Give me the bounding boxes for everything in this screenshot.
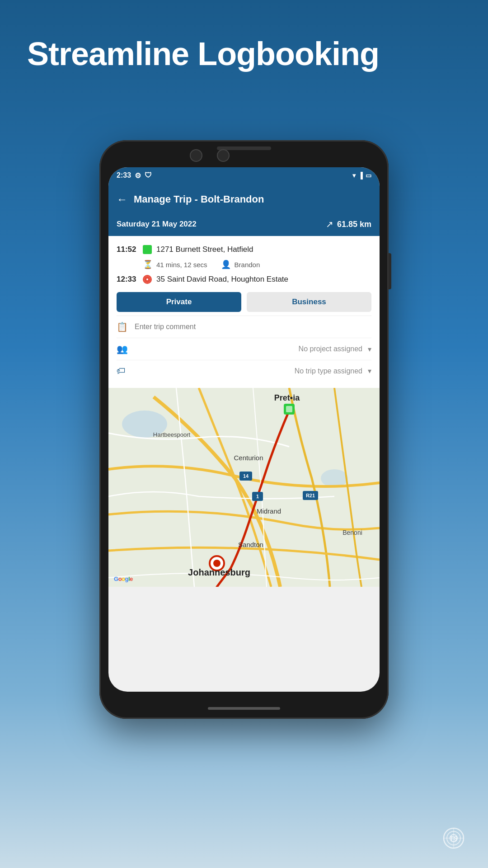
driver-icon: 👤	[221, 259, 231, 269]
end-address: 35 Saint David Road, Houghton Estate	[156, 275, 288, 284]
camera-right-icon	[217, 149, 230, 162]
phone-screen: 2:33 ⚙ 🛡 ▾ ▐ ▭ ← Manage Trip - Bolt-Bran…	[108, 167, 380, 692]
back-button[interactable]: ←	[117, 193, 127, 206]
svg-text:14: 14	[243, 473, 249, 479]
end-trip-row: 12:33 35 Saint David Road, Houghton Esta…	[117, 272, 371, 287]
headline: Streamline Logbooking	[27, 36, 461, 72]
phone-device: 2:33 ⚙ 🛡 ▾ ▐ ▭ ← Manage Trip - Bolt-Bran…	[99, 140, 389, 719]
phone-home-bar[interactable]	[208, 707, 280, 710]
status-bar: 2:33 ⚙ 🛡 ▾ ▐ ▭	[108, 167, 380, 184]
project-icon: 👥	[117, 344, 129, 354]
svg-text:Johannesburg: Johannesburg	[188, 567, 250, 577]
trip-date: Saturday 21 May 2022	[117, 220, 197, 229]
shield-icon: 🛡	[145, 171, 152, 179]
svg-text:R21: R21	[306, 493, 315, 498]
project-label: No project assigned	[135, 345, 362, 353]
header-title: Manage Trip - Bolt-Brandon	[134, 193, 264, 205]
svg-text:Centurion: Centurion	[234, 454, 263, 462]
trip-type-icon: 🏷	[117, 366, 129, 376]
google-logo: Google	[114, 576, 133, 582]
trend-icon: ↗	[326, 219, 333, 230]
svg-text:Sandton: Sandton	[238, 541, 263, 548]
signal-icon: ▐	[358, 172, 363, 179]
battery-icon: ▭	[366, 172, 371, 179]
project-chevron-icon: ▾	[368, 345, 371, 354]
comment-input[interactable]	[135, 323, 371, 331]
svg-text:Benoni: Benoni	[343, 529, 362, 536]
trip-content: 11:52 1271 Burnett Street, Hatfield ⏳ 41…	[108, 236, 380, 388]
trip-distance: 61.85 km	[337, 220, 371, 229]
camera-left-icon	[190, 149, 202, 162]
svg-text:TS: TS	[450, 835, 458, 842]
settings-icon: ⚙	[135, 171, 141, 180]
svg-text:Midrand: Midrand	[257, 507, 281, 515]
start-trip-row: 11:52 1271 Burnett Street, Hatfield	[117, 242, 371, 257]
side-button	[389, 253, 391, 289]
duration-icon: ⏳	[143, 259, 153, 269]
svg-rect-4	[286, 406, 292, 412]
svg-text:1: 1	[256, 494, 259, 499]
business-button[interactable]: Business	[247, 292, 371, 312]
trip-type-dropdown-row[interactable]: 🏷 No trip type assigned ▾	[117, 360, 371, 382]
app-header: ← Manage Trip - Bolt-Brandon	[108, 184, 380, 215]
driver-name: Brandon	[235, 261, 260, 269]
trip-meta-row: ⏳ 41 mins, 12 secs 👤 Brandon	[117, 257, 371, 272]
ts-branding: TS	[442, 826, 465, 850]
svg-point-2	[321, 469, 348, 487]
comment-field-row: 📋	[117, 316, 371, 338]
start-address: 1271 Burnett Street, Hatfield	[156, 245, 253, 254]
trip-type-label: No trip type assigned	[135, 367, 362, 375]
svg-text:Pret•ia: Pret•ia	[274, 393, 300, 402]
start-location-dot	[143, 245, 152, 254]
trip-duration: 41 mins, 12 secs	[156, 261, 207, 269]
end-location-dot	[143, 275, 152, 284]
date-bar: Saturday 21 May 2022 ↗ 61.85 km	[108, 215, 380, 236]
project-dropdown-row[interactable]: 👥 No project assigned ▾	[117, 338, 371, 360]
status-time: 2:33	[117, 171, 131, 179]
svg-point-6	[213, 560, 221, 567]
comment-icon: 📋	[117, 321, 129, 332]
start-time: 11:52	[117, 245, 138, 254]
trip-type-chevron-icon: ▾	[368, 367, 371, 375]
end-time: 12:33	[117, 275, 138, 284]
trip-type-toggle: Private Business	[117, 287, 371, 316]
map-view: 14 1 R21 Pret•ia Hartbeespoort Centurion…	[108, 388, 380, 587]
svg-text:Hartbeespoort: Hartbeespoort	[153, 431, 191, 438]
ts-logo-icon: TS	[442, 826, 465, 850]
wifi-icon: ▾	[352, 172, 356, 179]
private-button[interactable]: Private	[117, 292, 241, 312]
